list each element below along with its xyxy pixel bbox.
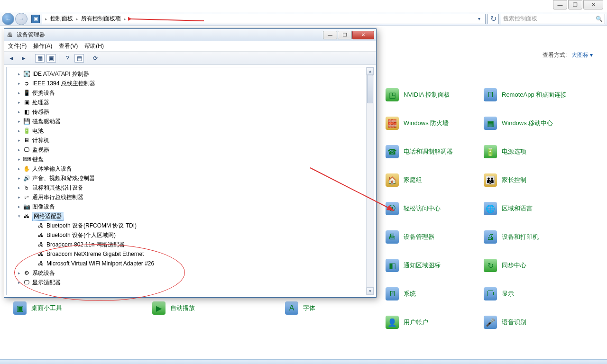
scroll-down[interactable]: ▼ <box>367 287 374 295</box>
toolbar-button[interactable]: ? <box>62 53 73 64</box>
cp-item[interactable]: ⦿轻松访问中心 <box>386 202 471 215</box>
menu-view[interactable]: 查看(V) <box>59 42 78 50</box>
cp-item[interactable]: 🔋电源选项 <box>484 145 588 158</box>
devmgr-titlebar[interactable]: 🖶 设备管理器 — ❐ ✕ <box>4 29 376 41</box>
tree-child[interactable]: 🖧Broadcom 802.11n 网络适配器 <box>16 240 374 249</box>
cp-item[interactable]: 🖶设备管理器 <box>386 230 471 244</box>
cp-item[interactable]: 🖥系统 <box>386 287 471 300</box>
refresh-button[interactable]: ↻ <box>487 14 499 24</box>
cp-item[interactable]: 🖨设备和打印机 <box>484 230 588 244</box>
expand-icon[interactable]: ▸ <box>16 147 22 152</box>
expand-icon[interactable]: ▸ <box>16 91 22 95</box>
cp-item[interactable]: 🌐区域和语言 <box>484 202 588 215</box>
device-icon: 🖧 <box>37 241 45 248</box>
tree-node[interactable]: ▸💽IDE ATA/ATAPI 控制器 <box>16 69 374 79</box>
view-mode-value[interactable]: 大图标 ▾ <box>571 52 593 58</box>
toolbar-button[interactable]: ▤ <box>74 54 84 63</box>
cp-item[interactable]: 🧱Windows 防火墙 <box>386 117 471 130</box>
expand-icon[interactable]: ▸ <box>16 128 22 133</box>
scrollbar[interactable]: ▲ ▼ <box>366 67 374 295</box>
expand-icon[interactable]: ▸ <box>16 176 22 181</box>
maximize-button[interactable]: ❐ <box>568 0 582 9</box>
cp-item[interactable]: 🏠家庭组 <box>386 173 471 187</box>
expand-icon[interactable]: ▸ <box>16 280 22 285</box>
device-icon: 📱 <box>23 89 30 97</box>
forward-button[interactable]: → <box>15 13 28 25</box>
tree-node[interactable]: ▸🔊声音、视频和游戏控制器 <box>16 173 374 183</box>
cp-item[interactable]: ▶自动播放 <box>152 301 195 315</box>
expand-icon[interactable]: ▸ <box>16 119 22 124</box>
menu-file[interactable]: 文件(F) <box>8 42 27 50</box>
tree-node[interactable]: ▸✋人体学输入设备 <box>16 164 374 173</box>
breadcrumb[interactable]: 所有控制面板项 <box>79 15 123 23</box>
expand-icon[interactable]: ▸ <box>16 72 22 76</box>
tree-node[interactable]: ▸◧传感器 <box>16 107 374 117</box>
expand-icon[interactable]: ▸ <box>16 157 22 162</box>
devmgr-minimize[interactable]: — <box>323 31 337 39</box>
expand-icon[interactable]: ▸ <box>16 138 22 143</box>
tree-node[interactable]: ▸⌨键盘 <box>16 155 374 164</box>
tree-child[interactable]: 🖧Broadcom NetXtreme Gigabit Ethernet <box>16 249 374 259</box>
cp-item[interactable]: 🖵显示 <box>484 287 588 300</box>
cp-item[interactable]: ↻同步中心 <box>484 259 588 272</box>
taskbar[interactable] <box>0 359 607 364</box>
cp-item[interactable]: ▣桌面小工具 <box>13 301 62 315</box>
menu-action[interactable]: 操作(A) <box>33 42 52 50</box>
devmgr-close[interactable]: ✕ <box>352 31 374 39</box>
back-button[interactable]: ← <box>2 13 14 25</box>
toolbar-button[interactable]: ► <box>18 53 29 64</box>
cp-item[interactable]: 🖥RemoteApp 和桌面连接 <box>484 88 588 101</box>
tree-child[interactable]: 🖧Microsoft Virtual WiFi Miniport Adapter… <box>16 259 374 268</box>
tree-node[interactable]: ▸📷图像设备 <box>16 202 374 211</box>
expand-icon[interactable]: ▸ <box>16 271 22 275</box>
cp-item[interactable]: ☎电话和调制解调器 <box>386 145 471 158</box>
toolbar-button[interactable]: ◄ <box>6 53 17 64</box>
tree-node[interactable]: ▸💾磁盘驱动器 <box>16 117 374 126</box>
expand-icon[interactable]: ▸ <box>16 166 22 171</box>
address-bar[interactable]: ▸ 控制面板 ▸ 所有控制面板项 ▸ ▾ <box>42 14 486 24</box>
device-tree[interactable]: ▸💽IDE ATA/ATAPI 控制器▸➲IEEE 1394 总线主控制器▸📱便… <box>7 67 374 289</box>
tree-node[interactable]: ▸⚙系统设备 <box>16 268 374 278</box>
cp-item[interactable]: A字体 <box>285 301 315 315</box>
tree-node[interactable]: ▸🖵监视器 <box>16 145 374 155</box>
tree-child[interactable]: 🖧Bluetooth 设备(个人区域网) <box>16 230 374 240</box>
tree-node[interactable]: ▸➲IEEE 1394 总线主控制器 <box>16 79 374 88</box>
tree-node[interactable]: ▸▣处理器 <box>16 98 374 107</box>
expand-icon[interactable]: ▸ <box>16 185 22 190</box>
tree-node[interactable]: ▸🔋电池 <box>16 126 374 136</box>
cp-item[interactable]: 👤用户帐户 <box>386 316 471 329</box>
toolbar-separator <box>87 54 87 63</box>
devmgr-maximize[interactable]: ❐ <box>338 31 352 39</box>
expand-icon[interactable]: ▾ <box>16 214 22 218</box>
device-icon: ⚙ <box>23 269 30 277</box>
expand-icon[interactable]: ▸ <box>16 81 22 86</box>
tree-node[interactable]: ▾🖧网络适配器 <box>16 211 374 221</box>
cp-item[interactable]: 👪家长控制 <box>484 173 588 187</box>
cp-item-label: 家庭组 <box>404 176 422 184</box>
tree-node[interactable]: ▸⇌通用串行总线控制器 <box>16 192 374 202</box>
scroll-up[interactable]: ▲ <box>367 67 374 75</box>
expand-icon[interactable]: ▸ <box>16 195 22 200</box>
expand-icon[interactable]: ▸ <box>16 100 22 105</box>
address-dropdown[interactable]: ▾ <box>475 14 483 24</box>
tree-child[interactable]: 🖧Bluetooth 设备(RFCOMM 协议 TDI) <box>16 221 374 230</box>
expand-icon[interactable]: ▸ <box>16 204 22 209</box>
tree-node[interactable]: ▸🖵显示适配器 <box>16 278 374 287</box>
expand-icon[interactable]: ▸ <box>16 109 22 114</box>
minimize-button[interactable]: — <box>553 0 567 9</box>
tree-node[interactable]: ▸📱便携设备 <box>16 88 374 98</box>
search-input[interactable]: 搜索控制面板 🔍 <box>501 14 605 24</box>
menu-help[interactable]: 帮助(H) <box>84 42 104 50</box>
close-button[interactable]: ✕ <box>583 0 603 9</box>
toolbar-button[interactable]: ▣ <box>46 54 56 63</box>
breadcrumb[interactable]: 控制面板 <box>48 15 75 23</box>
toolbar-button[interactable]: ▦ <box>35 54 45 63</box>
tree-node[interactable]: ▸🖱鼠标和其他指针设备 <box>16 183 374 192</box>
cp-item[interactable]: ▦Windows 移动中心 <box>484 117 588 130</box>
cp-item[interactable]: 🎤语音识别 <box>484 316 588 329</box>
cp-item[interactable]: ◧通知区域图标 <box>386 259 471 272</box>
cp-item[interactable]: ◳NVIDIA 控制面板 <box>386 88 471 101</box>
toolbar-button[interactable]: ⟳ <box>90 53 101 64</box>
tree-node[interactable]: ▸🖥计算机 <box>16 136 374 145</box>
scroll-thumb[interactable] <box>367 75 373 103</box>
